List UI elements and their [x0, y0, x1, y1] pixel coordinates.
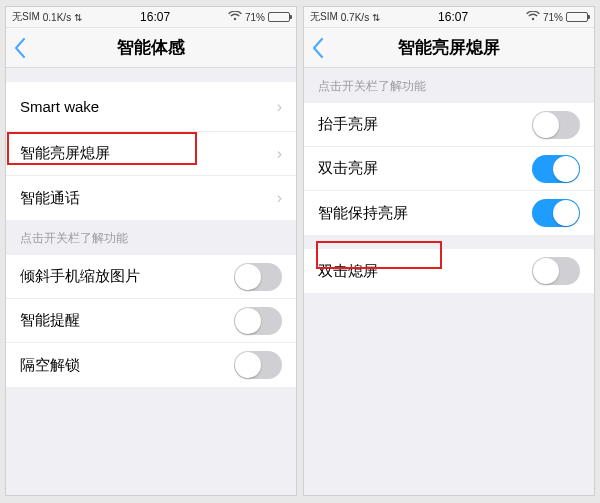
wifi-icon [228, 11, 242, 23]
toggle[interactable] [532, 199, 580, 227]
row-label: 双击亮屏 [318, 159, 532, 178]
toggle[interactable] [532, 257, 580, 285]
page-title: 智能亮屏熄屏 [398, 36, 500, 59]
wifi-icon [526, 11, 540, 23]
row-tilt-zoom[interactable]: 倾斜手机缩放图片 [6, 255, 296, 299]
row-double-tap-wake[interactable]: 双击亮屏 [304, 147, 594, 191]
row-air-unlock[interactable]: 隔空解锁 [6, 343, 296, 387]
row-label: 智能提醒 [20, 311, 234, 330]
chevron-right-icon: › [277, 189, 282, 207]
page-title: 智能体感 [117, 36, 185, 59]
battery-icon [268, 12, 290, 22]
section-hint: 点击开关栏了解功能 [304, 68, 594, 101]
battery-text: 71% [543, 12, 563, 23]
carrier-text: 无SIM [310, 10, 338, 24]
clock: 16:07 [140, 10, 170, 24]
chevron-left-icon [312, 38, 324, 58]
row-smart-keep-on[interactable]: 智能保持亮屏 [304, 191, 594, 235]
toggle[interactable] [532, 111, 580, 139]
toggle[interactable] [234, 263, 282, 291]
row-raise-wake[interactable]: 抬手亮屏 [304, 103, 594, 147]
battery-icon [566, 12, 588, 22]
row-double-tap-sleep[interactable]: 双击熄屏 [304, 249, 594, 293]
toggle[interactable] [234, 351, 282, 379]
chevron-left-icon [14, 38, 26, 58]
chevron-right-icon: › [277, 145, 282, 163]
phone-right: 无SIM 0.7K/s ⇅ 16:07 71% 智能亮屏熄屏 点击开关栏了解功能… [303, 6, 595, 496]
transfer-icon: ⇅ [372, 12, 380, 23]
chevron-right-icon: › [277, 98, 282, 116]
row-label: Smart wake [20, 98, 277, 115]
row-label: 智能通话 [20, 189, 277, 208]
toggle[interactable] [234, 307, 282, 335]
row-label: 隔空解锁 [20, 356, 234, 375]
status-bar: 无SIM 0.1K/s ⇅ 16:07 71% [6, 7, 296, 28]
carrier-text: 无SIM [12, 10, 40, 24]
row-label: 智能保持亮屏 [318, 204, 532, 223]
clock: 16:07 [438, 10, 468, 24]
row-label: 倾斜手机缩放图片 [20, 267, 234, 286]
back-button[interactable] [14, 28, 26, 67]
content-area: Smart wake › 智能亮屏熄屏 › 智能通话 › 点击开关栏了解功能 倾… [6, 68, 296, 495]
battery-text: 71% [245, 12, 265, 23]
row-label: 双击熄屏 [318, 262, 532, 281]
row-label: 智能亮屏熄屏 [20, 144, 277, 163]
nav-bar: 智能体感 [6, 28, 296, 68]
nav-bar: 智能亮屏熄屏 [304, 28, 594, 68]
net-speed: 0.1K/s [43, 12, 71, 23]
row-smart-call[interactable]: 智能通话 › [6, 176, 296, 220]
back-button[interactable] [312, 28, 324, 67]
phone-left: 无SIM 0.1K/s ⇅ 16:07 71% 智能体感 Smart wake … [5, 6, 297, 496]
row-smart-screen[interactable]: 智能亮屏熄屏 › [6, 132, 296, 176]
transfer-icon: ⇅ [74, 12, 82, 23]
row-smart-remind[interactable]: 智能提醒 [6, 299, 296, 343]
net-speed: 0.7K/s [341, 12, 369, 23]
content-area: 点击开关栏了解功能 抬手亮屏 双击亮屏 智能保持亮屏 双击熄屏 [304, 68, 594, 495]
status-bar: 无SIM 0.7K/s ⇅ 16:07 71% [304, 7, 594, 28]
toggle[interactable] [532, 155, 580, 183]
row-smart-wake[interactable]: Smart wake › [6, 82, 296, 132]
section-hint: 点击开关栏了解功能 [6, 220, 296, 253]
row-label: 抬手亮屏 [318, 115, 532, 134]
